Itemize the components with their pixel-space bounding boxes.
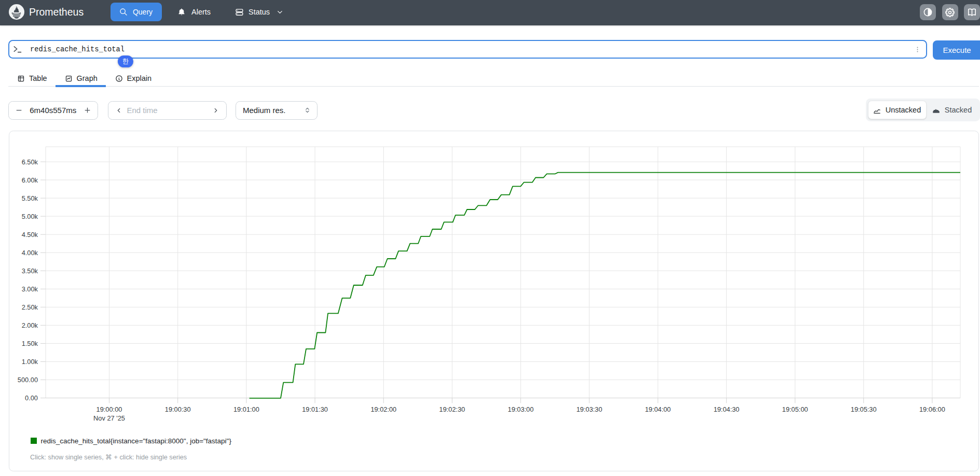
svg-text:1.00k: 1.00k <box>22 358 38 366</box>
svg-text:19:05:00: 19:05:00 <box>782 405 808 413</box>
svg-text:3.50k: 3.50k <box>22 267 38 275</box>
svg-text:5.50k: 5.50k <box>22 194 38 202</box>
svg-text:19:06:00: 19:06:00 <box>919 405 945 413</box>
svg-text:19:04:30: 19:04:30 <box>713 405 739 413</box>
svg-text:6.50k: 6.50k <box>22 158 38 166</box>
svg-text:19:00:00: 19:00:00 <box>96 405 122 413</box>
svg-text:6.00k: 6.00k <box>22 176 38 184</box>
svg-text:19:05:30: 19:05:30 <box>851 405 877 413</box>
svg-text:19:02:30: 19:02:30 <box>439 405 465 413</box>
svg-text:19:02:00: 19:02:00 <box>370 405 396 413</box>
svg-text:4.00k: 4.00k <box>22 249 38 257</box>
svg-text:5.00k: 5.00k <box>22 213 38 220</box>
svg-text:19:04:00: 19:04:00 <box>645 405 671 413</box>
svg-text:19:03:30: 19:03:30 <box>576 405 602 413</box>
svg-text:0.00: 0.00 <box>25 394 38 402</box>
svg-text:500.00: 500.00 <box>18 376 38 384</box>
svg-text:19:01:30: 19:01:30 <box>302 405 328 413</box>
svg-text:19:03:00: 19:03:00 <box>508 405 534 413</box>
svg-text:Nov 27 '25: Nov 27 '25 <box>93 414 125 422</box>
svg-text:2.00k: 2.00k <box>22 321 38 329</box>
svg-text:3.00k: 3.00k <box>22 285 38 293</box>
svg-text:2.50k: 2.50k <box>22 303 38 311</box>
svg-text:1.50k: 1.50k <box>22 340 38 347</box>
svg-text:4.50k: 4.50k <box>22 231 38 239</box>
svg-text:19:01:00: 19:01:00 <box>233 405 259 413</box>
svg-text:19:00:30: 19:00:30 <box>165 405 191 413</box>
